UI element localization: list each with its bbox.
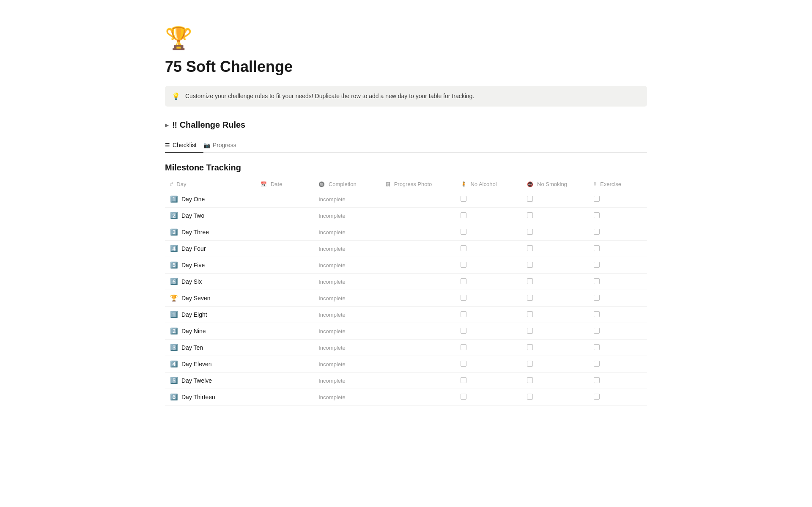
photo-cell[interactable] — [380, 323, 455, 340]
day-cell[interactable]: 1️⃣ Day Eight — [165, 307, 255, 323]
photo-cell[interactable] — [380, 224, 455, 241]
exercise-cell[interactable] — [589, 307, 647, 323]
smoking-checkbox[interactable] — [527, 196, 533, 202]
day-cell[interactable]: 1️⃣ Day One — [165, 191, 255, 208]
alcohol-cell[interactable] — [455, 389, 522, 406]
smoking-cell[interactable] — [522, 257, 589, 274]
date-cell[interactable] — [255, 257, 313, 274]
alcohol-cell[interactable] — [455, 257, 522, 274]
date-cell[interactable] — [255, 389, 313, 406]
photo-cell[interactable] — [380, 356, 455, 373]
alcohol-checkbox[interactable] — [461, 361, 466, 367]
section-toggle[interactable]: ▶ ‼️ Challenge Rules — [165, 120, 647, 130]
smoking-checkbox[interactable] — [527, 394, 533, 400]
smoking-checkbox[interactable] — [527, 245, 533, 251]
exercise-cell[interactable] — [589, 274, 647, 290]
alcohol-checkbox[interactable] — [461, 295, 466, 301]
alcohol-cell[interactable] — [455, 290, 522, 307]
smoking-checkbox[interactable] — [527, 212, 533, 218]
alcohol-checkbox[interactable] — [461, 377, 466, 383]
date-cell[interactable] — [255, 323, 313, 340]
day-cell[interactable]: 6️⃣ Day Six — [165, 274, 255, 290]
photo-cell[interactable] — [380, 307, 455, 323]
exercise-cell[interactable] — [589, 224, 647, 241]
smoking-cell[interactable] — [522, 356, 589, 373]
date-cell[interactable] — [255, 307, 313, 323]
alcohol-cell[interactable] — [455, 356, 522, 373]
smoking-cell[interactable] — [522, 389, 589, 406]
exercise-cell[interactable] — [589, 373, 647, 389]
exercise-checkbox[interactable] — [594, 245, 600, 251]
exercise-checkbox[interactable] — [594, 344, 600, 350]
day-cell[interactable]: 5️⃣ Day Twelve — [165, 373, 255, 389]
alcohol-checkbox[interactable] — [461, 196, 466, 202]
smoking-cell[interactable] — [522, 340, 589, 356]
exercise-cell[interactable] — [589, 323, 647, 340]
exercise-checkbox[interactable] — [594, 328, 600, 334]
day-cell[interactable]: 2️⃣ Day Two — [165, 208, 255, 224]
photo-cell[interactable] — [380, 274, 455, 290]
date-cell[interactable] — [255, 224, 313, 241]
smoking-cell[interactable] — [522, 274, 589, 290]
alcohol-cell[interactable] — [455, 208, 522, 224]
day-cell[interactable]: 5️⃣ Day Five — [165, 257, 255, 274]
smoking-checkbox[interactable] — [527, 344, 533, 350]
day-cell[interactable]: 4️⃣ Day Four — [165, 241, 255, 257]
photo-cell[interactable] — [380, 340, 455, 356]
photo-cell[interactable] — [380, 257, 455, 274]
exercise-checkbox[interactable] — [594, 278, 600, 284]
smoking-checkbox[interactable] — [527, 295, 533, 301]
alcohol-checkbox[interactable] — [461, 262, 466, 268]
exercise-checkbox[interactable] — [594, 377, 600, 383]
photo-cell[interactable] — [380, 373, 455, 389]
photo-cell[interactable] — [380, 241, 455, 257]
photo-cell[interactable] — [380, 208, 455, 224]
date-cell[interactable] — [255, 241, 313, 257]
exercise-checkbox[interactable] — [594, 212, 600, 218]
smoking-cell[interactable] — [522, 208, 589, 224]
smoking-cell[interactable] — [522, 290, 589, 307]
smoking-cell[interactable] — [522, 373, 589, 389]
day-cell[interactable]: 🏆 Day Seven — [165, 290, 255, 307]
day-cell[interactable]: 4️⃣ Day Eleven — [165, 356, 255, 373]
day-cell[interactable]: 3️⃣ Day Three — [165, 224, 255, 241]
exercise-checkbox[interactable] — [594, 262, 600, 268]
smoking-cell[interactable] — [522, 191, 589, 208]
exercise-checkbox[interactable] — [594, 295, 600, 301]
alcohol-cell[interactable] — [455, 274, 522, 290]
smoking-cell[interactable] — [522, 224, 589, 241]
smoking-checkbox[interactable] — [527, 311, 533, 317]
date-cell[interactable] — [255, 356, 313, 373]
alcohol-cell[interactable] — [455, 323, 522, 340]
tab-progress[interactable]: 📷 Progress — [203, 138, 243, 153]
alcohol-checkbox[interactable] — [461, 394, 466, 400]
date-cell[interactable] — [255, 290, 313, 307]
date-cell[interactable] — [255, 340, 313, 356]
smoking-checkbox[interactable] — [527, 377, 533, 383]
alcohol-checkbox[interactable] — [461, 245, 466, 251]
photo-cell[interactable] — [380, 191, 455, 208]
date-cell[interactable] — [255, 274, 313, 290]
smoking-checkbox[interactable] — [527, 328, 533, 334]
smoking-cell[interactable] — [522, 307, 589, 323]
smoking-checkbox[interactable] — [527, 229, 533, 235]
exercise-cell[interactable] — [589, 208, 647, 224]
alcohol-checkbox[interactable] — [461, 278, 466, 284]
smoking-cell[interactable] — [522, 323, 589, 340]
exercise-cell[interactable] — [589, 340, 647, 356]
alcohol-checkbox[interactable] — [461, 229, 466, 235]
smoking-cell[interactable] — [522, 241, 589, 257]
exercise-cell[interactable] — [589, 241, 647, 257]
smoking-checkbox[interactable] — [527, 262, 533, 268]
alcohol-cell[interactable] — [455, 241, 522, 257]
alcohol-checkbox[interactable] — [461, 212, 466, 218]
smoking-checkbox[interactable] — [527, 361, 533, 367]
exercise-checkbox[interactable] — [594, 394, 600, 400]
exercise-checkbox[interactable] — [594, 196, 600, 202]
alcohol-cell[interactable] — [455, 224, 522, 241]
smoking-checkbox[interactable] — [527, 278, 533, 284]
day-cell[interactable]: 3️⃣ Day Ten — [165, 340, 255, 356]
alcohol-cell[interactable] — [455, 191, 522, 208]
exercise-checkbox[interactable] — [594, 311, 600, 317]
exercise-cell[interactable] — [589, 191, 647, 208]
